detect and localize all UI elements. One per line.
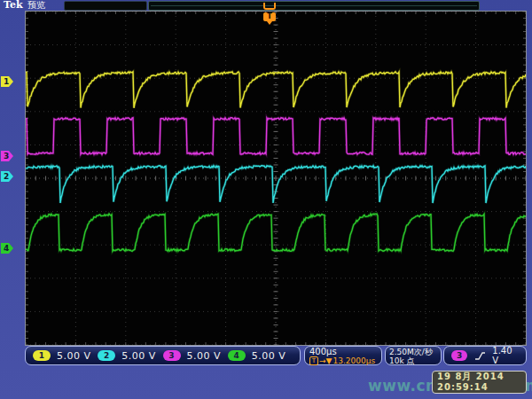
trigger-level-value: 1.40 V <box>492 346 519 365</box>
record-view-bar[interactable] <box>148 1 480 11</box>
sample-rate: 2.50M次/秒 <box>389 348 437 356</box>
tek-logo: Tek <box>4 0 23 11</box>
waveform-plot <box>26 12 526 345</box>
horizontal-readout-box[interactable]: 400µs T →▼ 13.2000µs <box>304 346 382 365</box>
trigger-readout-box[interactable]: 3 1.40 V <box>443 346 527 365</box>
timebase-scale: 400µs <box>309 348 377 356</box>
rising-edge-icon <box>474 351 485 361</box>
trigger-t-icon: T <box>309 356 318 365</box>
channel-4-scale: 5.00 V <box>252 350 286 362</box>
time-value: 20:59:14 <box>437 382 521 393</box>
channel-4-badge[interactable]: 4 <box>228 350 246 361</box>
channel-1-readout[interactable]: 1 5.00 V <box>33 350 98 362</box>
channel-2-badge[interactable]: 2 <box>98 350 115 361</box>
channel-4-readout[interactable]: 4 5.00 V <box>228 350 293 362</box>
trigger-position-flag-icon[interactable]: T <box>263 12 276 21</box>
channel-3-scale: 5.00 V <box>187 350 222 362</box>
channel-2-scale: 5.00 V <box>121 350 156 362</box>
channel-4-position-marker: 4 <box>1 243 13 254</box>
date-value: 19 8月 2014 <box>437 372 521 382</box>
channel-1-position-marker: 1 <box>1 76 13 87</box>
horizontal-delay-row: T →▼ 13.2000µs <box>309 356 377 365</box>
status-readout-box <box>64 1 147 11</box>
top-status-bar: Tek 预览 <box>0 0 532 11</box>
channel-2-position-marker: 2 <box>1 171 13 182</box>
channel-1-badge[interactable]: 1 <box>33 350 51 361</box>
oscilloscope-screen: Tek 预览 T 1 3 2 4 1 5.00 V 2 5.00 V 3 5.0… <box>0 0 532 399</box>
acquisition-readout-box[interactable]: 2.50M次/秒 10k 点 <box>385 346 442 365</box>
acquisition-status-label: 预览 <box>27 0 45 11</box>
channel-3-position-marker: 3 <box>1 151 13 161</box>
record-trigger-position-icon <box>263 3 276 10</box>
channel-3-readout[interactable]: 3 5.00 V <box>163 350 228 362</box>
trigger-source-badge[interactable]: 3 <box>451 350 467 361</box>
channel-scale-readout-bar[interactable]: 1 5.00 V 2 5.00 V 3 5.00 V 4 5.00 V <box>25 346 301 365</box>
datetime-box: 19 8月 2014 20:59:14 <box>432 371 527 394</box>
horizontal-delay-value: 13.2000µs <box>332 356 375 365</box>
record-length: 10k 点 <box>389 356 437 365</box>
channel-2-readout[interactable]: 2 5.00 V <box>98 350 162 362</box>
channel-3-badge[interactable]: 3 <box>163 350 181 361</box>
record-view-line <box>151 5 477 6</box>
channel-1-scale: 5.00 V <box>57 350 91 362</box>
delay-arrows-icon: →▼ <box>319 356 332 365</box>
waveform-display: T <box>25 11 527 346</box>
